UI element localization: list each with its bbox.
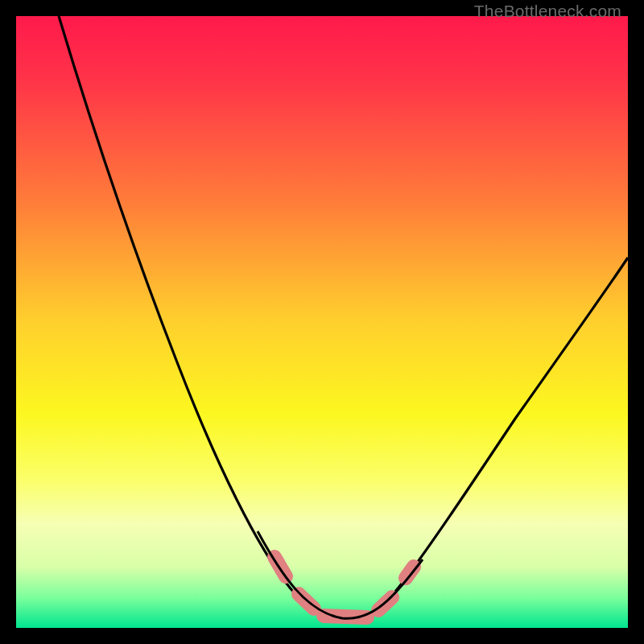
chart-frame: TheBottleneck.com: [0, 0, 644, 644]
plot-area: [16, 16, 628, 628]
watermark-text: TheBottleneck.com: [474, 2, 621, 21]
gradient-background: [16, 16, 628, 628]
chart-svg: [16, 16, 628, 628]
